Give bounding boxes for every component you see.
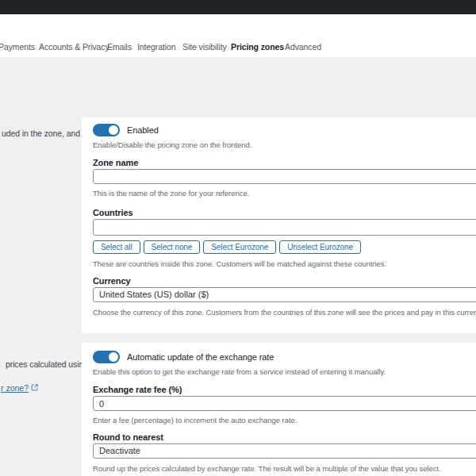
enabled-description: Enable/Disable the pricing zone on the f… [93, 140, 476, 149]
round-to-nearest-description: Round up the prices calculated by exchan… [93, 464, 476, 473]
round-to-nearest-label: Round to nearest [93, 432, 476, 442]
tab-advanced[interactable]: Advanced [285, 42, 321, 57]
tab-payments[interactable]: Payments [0, 42, 35, 57]
zone-name-description: This is the name of the zone for your re… [93, 189, 476, 198]
select-eurozone-button[interactable]: Select Eurozone [203, 240, 276, 254]
enabled-toggle[interactable] [93, 124, 120, 136]
pricing-zone-card: Enabled Enable/Disable the pricing zone … [82, 117, 476, 333]
admin-bar [0, 0, 476, 14]
countries-buttons-row: Select all Select none Select Eurozone U… [93, 240, 476, 254]
countries-input[interactable] [93, 219, 476, 236]
exchange-rate-card: Automatic update of the exchange rate En… [82, 343, 476, 476]
help-link-label: r zone? [1, 383, 29, 393]
tab-integration[interactable]: Integration [137, 42, 176, 57]
help-link[interactable]: r zone? [1, 383, 38, 393]
external-link-icon [31, 383, 38, 393]
tab-accounts-privacy[interactable]: Accounts & Privacy [39, 42, 109, 57]
auto-update-toggle-row: Automatic update of the exchange rate [93, 351, 476, 363]
select-all-button[interactable]: Select all [93, 240, 140, 254]
currency-label: Currency [93, 276, 476, 286]
round-to-nearest-select[interactable]: Deactivate [93, 443, 476, 459]
zone-name-input[interactable] [93, 169, 476, 184]
enabled-toggle-row: Enabled [93, 124, 476, 136]
auto-update-toggle[interactable] [93, 351, 120, 363]
auto-update-description: Enable this option to get the exchange r… [93, 367, 476, 376]
exchange-rate-fee-input[interactable] [93, 396, 476, 411]
tab-site-visibility[interactable]: Site visibility [182, 42, 227, 57]
exchange-rate-fee-description: Enter a fee (percentage) to increment th… [93, 416, 476, 424]
settings-tabs-bar: Payments Accounts & Privacy Emails Integ… [0, 14, 476, 57]
unselect-eurozone-button[interactable]: Unselect Eurozone [279, 240, 361, 254]
zone-name-label: Zone name [93, 158, 476, 167]
exchange-rate-fee-label: Exchange rate fee (%) [93, 385, 476, 394]
currency-description: Choose the currency of this zone. Custom… [93, 308, 476, 317]
enabled-toggle-label: Enabled [127, 125, 159, 135]
countries-description: These are countries inside this zone. Cu… [93, 259, 476, 268]
tab-emails[interactable]: Emails [107, 42, 132, 57]
auto-update-toggle-label: Automatic update of the exchange rate [127, 352, 274, 362]
countries-label: Countries [93, 208, 476, 217]
currency-select[interactable]: United States (US) dollar ($) [93, 287, 476, 302]
zone-section-description-fragment: uded in the zone, and [2, 129, 80, 138]
exchange-section-description-fragment: prices calculated using [6, 359, 88, 369]
select-none-button[interactable]: Select none [144, 240, 201, 254]
